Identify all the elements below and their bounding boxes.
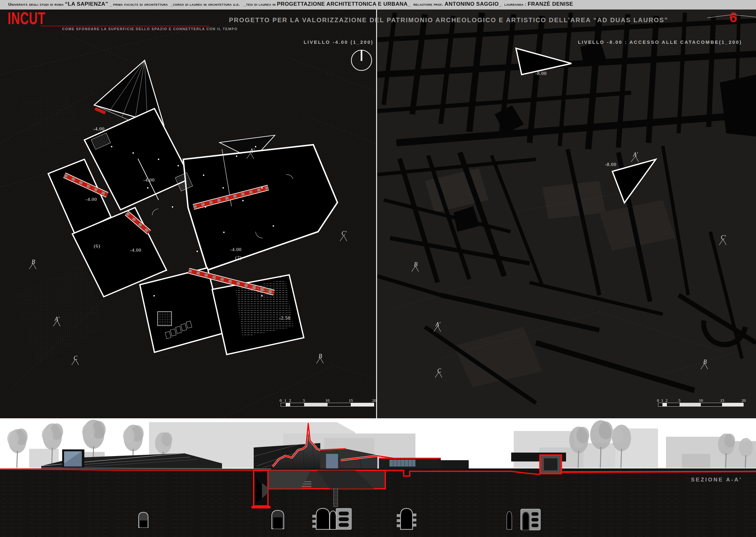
scale-tick: 15: [349, 398, 353, 403]
level-annotation: -8.00: [535, 71, 547, 76]
section-svg: [0, 418, 756, 537]
section-marker: B: [319, 353, 322, 359]
scale-tick: 1: [284, 398, 287, 403]
header-university: Università degli studi di roma: [8, 2, 65, 7]
section-marker: B: [32, 259, 35, 265]
level-annotation: -2.50: [279, 315, 290, 321]
section-marker: C: [74, 355, 77, 361]
section-marker: C': [721, 234, 726, 241]
scale-tick: 15: [720, 398, 724, 403]
right-panel-label: LIVELLO -8.00 : ACCESSO ALLE CATACOMBE(1…: [578, 39, 742, 45]
scale-tick: 5: [303, 398, 305, 403]
scale-tick: 2: [665, 398, 668, 403]
scale-tick: 5: [678, 398, 681, 403]
header-faculty: _ prima facoltà di architettura _corso d…: [108, 2, 277, 7]
level-annotation: -8.00: [605, 162, 617, 167]
section-marker: A': [633, 151, 638, 158]
presentation-board: Università degli studi di roma “LA SAPIE…: [0, 0, 756, 537]
level-annotation: -4.00: [230, 247, 242, 252]
logo-incut: INCUT: [8, 10, 45, 27]
section-marker: A': [55, 316, 59, 322]
section-marker: B: [703, 359, 707, 365]
section-drawing: SEZIONE A-A': [0, 418, 756, 537]
brand-underline: [41, 26, 209, 26]
room-number-annotation: (7): [235, 255, 242, 261]
plan-level-minus8: [377, 10, 756, 418]
scale-tick: 10: [325, 398, 329, 403]
scale-tick: 0: [280, 398, 282, 403]
header-advisor-label: relaotore prof.: [411, 2, 445, 7]
scale-tick: 10: [699, 398, 703, 403]
scale-tick-labels: 0 1 2 5 10 15 20: [281, 398, 374, 403]
scale-bar-segments: [658, 403, 744, 407]
page-number: 6: [729, 10, 737, 25]
section-marker: B: [414, 261, 418, 268]
brand-subtitle: COME SFONDARE LA SUPERFICIE DELLO SPAZIO…: [62, 27, 238, 31]
header-university-name: “LA SAPIENZA”: [65, 1, 108, 7]
section-title: SEZIONE A-A': [691, 477, 742, 483]
level-annotation: -4.00: [93, 126, 105, 132]
section-marker: C: [437, 367, 441, 374]
panel-divider: [376, 10, 377, 418]
section-marker: A': [250, 147, 255, 154]
section-marker: A': [436, 321, 440, 328]
scale-bar-left: 0 1 2 5 10 15 20: [281, 398, 374, 408]
scale-bar-right: 0 1 2 5 10 15 20: [658, 398, 744, 408]
scale-bar-segments: [281, 403, 374, 407]
section-marker: C': [342, 230, 347, 237]
level-annotation: -4.00: [130, 248, 141, 253]
scale-tick: 0: [657, 398, 659, 403]
header-student-label: laureanda :: [502, 2, 528, 7]
scale-tick: 2: [289, 398, 291, 403]
level-annotation: -4.00: [143, 178, 155, 183]
header-thesis-subject: PROGETTAZIONE ARCHITETTONICA E URBANA_: [277, 1, 411, 7]
header-advisor-name: ANTONINO SAGGIO_: [445, 1, 502, 7]
header-bar: Università degli studi di roma “LA SAPIE…: [0, 0, 756, 10]
scale-tick: 20: [372, 398, 376, 403]
north-indicator-icon: [351, 50, 372, 70]
board-title: PROGETTO PER LA VALORIZZAZIONE DEL PATRI…: [229, 17, 668, 24]
left-panel-label: LIVELLO -4.00 (1_200): [303, 39, 374, 45]
level-annotation: -4.00: [86, 197, 97, 202]
room-number-annotation: (6): [94, 243, 100, 249]
header-student-name: FRANZÈ DENISE: [528, 1, 573, 7]
scale-tick: 1: [661, 398, 663, 403]
scale-tick: 20: [742, 398, 746, 403]
scale-tick-labels: 0 1 2 5 10 15 20: [658, 398, 744, 403]
board-canvas: INCUT COME SFONDARE LA SUPERFICIE DELLO …: [0, 10, 756, 418]
